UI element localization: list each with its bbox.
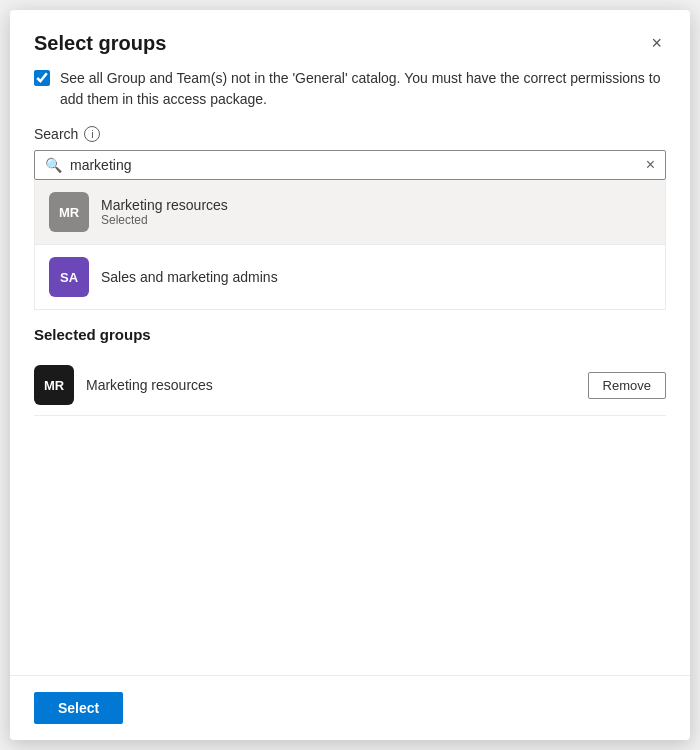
result-item-marketing-resources[interactable]: MR Marketing resources Selected — [35, 180, 665, 245]
search-input[interactable] — [70, 157, 646, 173]
modal-header: Select groups × — [10, 10, 690, 68]
checkbox-wrapper[interactable] — [34, 70, 50, 90]
select-button[interactable]: Select — [34, 692, 123, 724]
search-icon: 🔍 — [45, 157, 62, 173]
results-list: MR Marketing resources Selected SA Sales… — [34, 180, 666, 310]
result-status-marketing-resources: Selected — [101, 213, 228, 227]
selected-groups-section: Selected groups MR Marketing resources R… — [34, 326, 666, 416]
selected-group-name-mr: Marketing resources — [86, 377, 576, 393]
search-label: Search — [34, 126, 78, 142]
selected-group-item-mr: MR Marketing resources Remove — [34, 355, 666, 416]
checkbox-label: See all Group and Team(s) not in the 'Ge… — [60, 68, 666, 110]
result-item-sales-marketing[interactable]: SA Sales and marketing admins — [35, 245, 665, 309]
search-box: 🔍 × — [34, 150, 666, 180]
avatar-mr: MR — [49, 192, 89, 232]
checkbox-row: See all Group and Team(s) not in the 'Ge… — [34, 68, 666, 110]
search-label-row: Search i — [34, 126, 666, 142]
modal-body: See all Group and Team(s) not in the 'Ge… — [10, 68, 690, 675]
modal-title: Select groups — [34, 32, 166, 55]
select-groups-modal: Select groups × See all Group and Team(s… — [10, 10, 690, 740]
search-clear-button[interactable]: × — [646, 157, 655, 173]
result-name-sales-marketing: Sales and marketing admins — [101, 269, 278, 285]
see-all-checkbox[interactable] — [34, 70, 50, 86]
info-icon[interactable]: i — [84, 126, 100, 142]
selected-groups-title: Selected groups — [34, 326, 666, 343]
result-info-sales-marketing: Sales and marketing admins — [101, 269, 278, 285]
close-button[interactable]: × — [647, 30, 666, 56]
avatar-sa: SA — [49, 257, 89, 297]
result-name-marketing-resources: Marketing resources — [101, 197, 228, 213]
selected-avatar-mr: MR — [34, 365, 74, 405]
remove-button-mr[interactable]: Remove — [588, 372, 666, 399]
modal-footer: Select — [10, 675, 690, 740]
result-info-marketing-resources: Marketing resources Selected — [101, 197, 228, 227]
